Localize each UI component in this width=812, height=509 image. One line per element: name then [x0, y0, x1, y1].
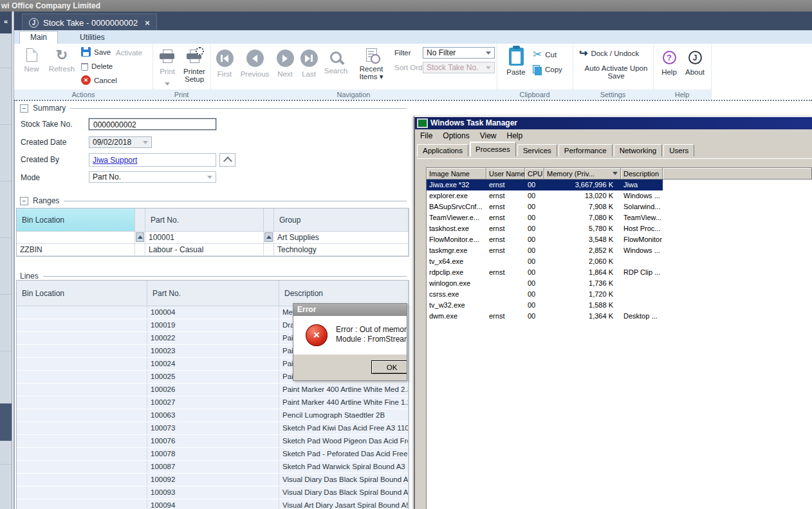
process-row[interactable]: BASupSrvcCnf...ernst007,908 KSolarwind..… — [427, 201, 812, 212]
error-dialog-titlebar[interactable]: Error — [293, 304, 407, 316]
save-button[interactable]: Save — [81, 47, 111, 57]
col-cpu[interactable]: CPU — [525, 168, 544, 180]
previous-button[interactable]: Previous — [237, 50, 272, 78]
lines-cell-part[interactable]: 100027 — [147, 396, 279, 409]
ranges-cell-group[interactable]: Technology — [274, 244, 409, 256]
lines-cell-part[interactable]: 100094 — [147, 499, 279, 509]
lines-cell-part[interactable]: 100023 — [147, 345, 279, 358]
tab-users[interactable]: Users — [663, 144, 694, 156]
lines-col-bin-location[interactable]: Bin Location — [17, 281, 147, 306]
activate-button[interactable]: Activate — [116, 49, 142, 57]
col-memory[interactable]: Memory (Priv... — [544, 168, 621, 180]
menu-view[interactable]: View — [475, 131, 502, 140]
lines-cell-bin[interactable] — [17, 396, 147, 409]
lines-cell-bin[interactable] — [17, 306, 147, 319]
menu-options[interactable]: Options — [438, 131, 474, 140]
tab-close-icon[interactable]: × — [145, 18, 150, 28]
lines-cell-part[interactable]: 100078 — [147, 448, 279, 461]
ranges-col-part-no[interactable]: Part No. — [145, 208, 264, 232]
ranges-cell-bin[interactable]: ZZBIN — [17, 244, 135, 256]
help-button[interactable]: ? Help — [660, 51, 679, 76]
lines-cell-desc[interactable]: Sketch Pad - Peforated Das Acid Free A5 … — [279, 448, 409, 461]
mode-select[interactable]: Part No. — [89, 171, 216, 183]
lines-cell-part[interactable]: 100073 — [147, 422, 279, 435]
ranges-cell-part[interactable]: Labour - Casual — [145, 244, 264, 256]
lines-cell-desc[interactable]: Sketch Pad Kiwi Das Acid Free A3 110gsm — [279, 422, 409, 435]
ranges-cell-bin[interactable] — [17, 232, 135, 244]
ranges-col-bin-location[interactable]: Bin Location — [17, 208, 135, 232]
lines-col-description[interactable]: Description — [279, 281, 409, 306]
ribbon-tab-main[interactable]: Main — [19, 31, 58, 44]
lines-cell-desc[interactable]: Pencil Lumograph Staedtler 2B — [279, 409, 409, 422]
sort-order-select[interactable]: Stock Take No. — [423, 62, 495, 73]
about-button[interactable]: J About — [683, 51, 707, 76]
print-button[interactable]: Print — [158, 50, 177, 88]
process-row[interactable]: explorer.exeernst0013,020 KWindows ... — [427, 190, 812, 201]
recent-items-button[interactable]: Recent Items ▾ — [355, 48, 388, 80]
tab-services[interactable]: Services — [517, 144, 557, 156]
lines-cell-bin[interactable] — [17, 319, 147, 332]
lines-cell-part[interactable]: 100024 — [147, 358, 279, 371]
lines-cell-bin[interactable] — [17, 332, 147, 345]
col-image-name[interactable]: Image Name — [427, 168, 486, 180]
tab-performance[interactable]: Performance — [558, 144, 613, 156]
spin-up-button[interactable] — [264, 232, 273, 242]
stock-take-no-input[interactable]: 0000000002 — [89, 118, 216, 130]
lines-cell-desc[interactable]: Visual Diary Das Black Spiral Bound A4 1… — [279, 474, 409, 486]
lines-col-part-no[interactable]: Part No. — [147, 281, 279, 306]
created-by-link[interactable]: Jiwa Support — [93, 156, 137, 165]
lines-cell-bin[interactable] — [17, 358, 147, 371]
process-row[interactable]: Jiwa.exe *32ernst003,667,996 KJiwa — [427, 180, 812, 190]
created-date-select[interactable]: 09/02/2018 — [89, 136, 152, 148]
process-row[interactable]: rdpclip.exeernst001,864 KRDP Clip ... — [427, 267, 812, 278]
dock-undock-button[interactable]: ↪ Dock / Undock — [579, 48, 639, 59]
lines-cell-desc[interactable]: Paint Marker 400 Artline White Med 2.3mm — [279, 384, 409, 396]
first-button[interactable]: First — [214, 50, 235, 78]
lines-cell-desc[interactable]: Paint Marker 440 Artline White Fine 1.2m… — [279, 396, 409, 409]
ribbon-tab-utilities[interactable]: Utilities — [69, 32, 115, 44]
process-row[interactable]: dwm.exeernst001,364 KDesktop ... — [427, 311, 812, 322]
lines-cell-desc[interactable]: Visual Diary Das Black Spiral Bound A5 1… — [279, 486, 409, 499]
lines-cell-bin[interactable] — [17, 435, 147, 448]
process-row[interactable]: TeamViewer.e...ernst007,080 KTeamView... — [427, 212, 812, 223]
printer-setup-button[interactable]: Printer Setup — [181, 50, 208, 83]
lines-cell-part[interactable]: 100063 — [147, 409, 279, 422]
search-button[interactable]: Search — [321, 50, 351, 75]
process-row[interactable]: winlogon.exe001,736 K — [427, 278, 812, 289]
ranges-cell-part[interactable]: 100001 — [145, 232, 264, 244]
tab-processes[interactable]: Processes — [470, 142, 516, 156]
created-by-expand-button[interactable] — [219, 153, 235, 167]
process-row[interactable]: csrss.exe001,720 K — [427, 289, 812, 300]
col-user-name[interactable]: User Name — [486, 168, 525, 180]
sidebar-collapse-button[interactable]: « — [0, 12, 12, 33]
lines-cell-part[interactable]: 100019 — [147, 319, 279, 332]
lines-cell-desc[interactable]: Visual Art Diary Jasart Spiral Bound A5 — [279, 499, 409, 509]
new-button[interactable]: New — [21, 48, 42, 73]
ranges-cell-group[interactable]: Art Supplies — [274, 232, 409, 244]
cut-button[interactable]: ✂ Cut — [533, 49, 557, 60]
lines-cell-desc[interactable]: Sketch Pad Wood Pigeon Das Acid Free A — [279, 435, 409, 448]
ranges-col-group[interactable]: Group — [274, 208, 409, 232]
tab-stock-take[interactable]: J Stock Take - 0000000002 × — [22, 14, 157, 31]
lines-cell-desc[interactable]: Sketch Pad Warwick Spiral Bound A3 110g — [279, 461, 409, 474]
lines-cell-bin[interactable] — [17, 499, 147, 509]
lines-cell-part[interactable]: 100025 — [147, 371, 279, 384]
lines-cell-part[interactable]: 100004 — [147, 306, 279, 319]
delete-button[interactable]: Delete — [81, 61, 113, 71]
copy-button[interactable]: Copy — [533, 65, 562, 73]
lines-cell-bin[interactable] — [17, 448, 147, 461]
task-manager-titlebar[interactable]: Windows Task Manager — [415, 117, 812, 129]
refresh-button[interactable]: ↻ Refresh — [48, 48, 76, 73]
menu-help[interactable]: Help — [502, 131, 528, 140]
collapse-summary-button[interactable]: − — [20, 104, 28, 113]
lines-cell-bin[interactable] — [17, 384, 147, 396]
tab-networking[interactable]: Networking — [614, 144, 663, 156]
lines-cell-bin[interactable] — [17, 461, 147, 474]
lines-cell-bin[interactable] — [17, 422, 147, 435]
filter-select[interactable]: No Filter — [423, 47, 495, 59]
last-button[interactable]: Last — [298, 50, 320, 78]
ok-button[interactable]: OK — [371, 360, 407, 374]
collapsed-sidebar[interactable]: « — [0, 12, 12, 509]
cancel-button[interactable]: × Cancel — [81, 75, 117, 85]
next-button[interactable]: Next — [273, 50, 297, 78]
